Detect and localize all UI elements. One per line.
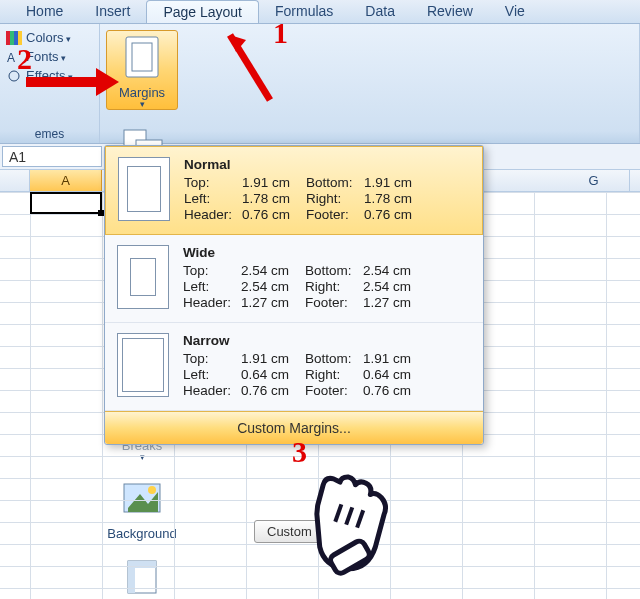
page-setup-group: Margins Orientation Size Print Area Brea… xyxy=(100,24,640,143)
annotation-2: 2 xyxy=(17,42,32,76)
margins-thumb-wide-icon xyxy=(117,245,169,309)
tab-home[interactable]: Home xyxy=(10,0,79,23)
margins-thumb-normal-icon xyxy=(118,157,170,221)
custom-tooltip: Custom xyxy=(254,520,325,543)
margins-option-narrow[interactable]: Narrow Top:1.91 cm Bottom:1.91 cm Left:0… xyxy=(105,323,483,411)
margins-option-normal[interactable]: Normal Top:1.91 cm Bottom:1.91 cm Left:1… xyxy=(105,146,483,235)
column-header-g[interactable]: G xyxy=(558,170,630,191)
margins-icon xyxy=(118,33,166,81)
svg-rect-0 xyxy=(6,31,10,45)
themes-group-label: emes xyxy=(6,127,93,141)
annotation-1: 1 xyxy=(273,16,288,50)
margins-narrow-title: Narrow xyxy=(183,333,471,348)
margins-dropdown: Normal Top:1.91 cm Bottom:1.91 cm Left:1… xyxy=(104,145,484,445)
ribbon: Colors A Fonts Effects emes Margins Orie… xyxy=(0,24,640,144)
tab-insert[interactable]: Insert xyxy=(79,0,146,23)
margins-button[interactable]: Margins xyxy=(106,30,178,110)
margins-wide-title: Wide xyxy=(183,245,471,260)
column-header-a[interactable]: A xyxy=(30,170,102,191)
name-box[interactable]: A1 xyxy=(2,146,102,167)
active-cell[interactable] xyxy=(30,192,102,214)
margins-label: Margins xyxy=(119,85,165,100)
ribbon-tabs: Home Insert Page Layout Formulas Data Re… xyxy=(0,0,640,24)
themes-effects-label: Effects xyxy=(26,68,73,83)
svg-rect-1 xyxy=(10,31,14,45)
tab-page-layout[interactable]: Page Layout xyxy=(146,0,259,23)
tab-data[interactable]: Data xyxy=(349,0,411,23)
tab-review[interactable]: Review xyxy=(411,0,489,23)
tab-view[interactable]: Vie xyxy=(489,0,541,23)
svg-text:A: A xyxy=(7,51,15,64)
themes-colors-label: Colors xyxy=(26,30,71,45)
themes-group: Colors A Fonts Effects emes xyxy=(0,24,100,143)
margins-option-wide[interactable]: Wide Top:2.54 cm Bottom:2.54 cm Left:2.5… xyxy=(105,235,483,323)
select-all-corner[interactable] xyxy=(0,170,30,191)
margins-normal-title: Normal xyxy=(184,157,470,172)
annotation-3: 3 xyxy=(292,435,307,469)
margins-thumb-narrow-icon xyxy=(117,333,169,397)
